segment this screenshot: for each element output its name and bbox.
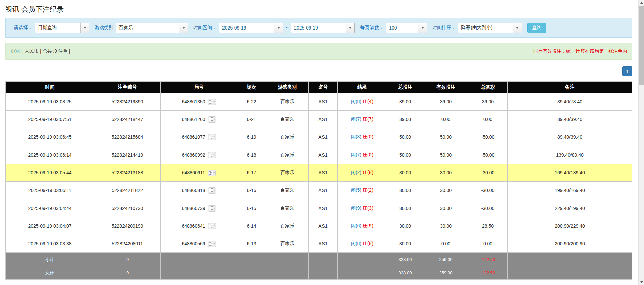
remark-cell: 139.40/89.40 bbox=[508, 146, 632, 164]
round-id: 648860992 bbox=[182, 152, 205, 158]
date-range-separator: ~ bbox=[286, 25, 288, 31]
round-cell: 648860818 bbox=[161, 182, 237, 199]
result-banker: 庄(0) bbox=[363, 134, 373, 139]
filter-panel: 请选择： 日期查询 游戏类别 百家乐 时间区间： 2025-09-19 ~ 20… bbox=[5, 18, 632, 38]
empty-cell bbox=[508, 253, 632, 266]
session-cell: 6-18 bbox=[237, 146, 266, 164]
subtotal-label: 小计 bbox=[6, 253, 94, 266]
payout-cell: 28.50 bbox=[468, 217, 508, 235]
chevron-down-icon[interactable] bbox=[346, 23, 354, 33]
date-to-select[interactable]: 2025-09-19 bbox=[291, 23, 355, 33]
bet-id-cell: 522824210730 bbox=[94, 199, 161, 217]
empty-cell bbox=[266, 266, 309, 280]
result-player: 闲(8) bbox=[351, 134, 361, 139]
session-cell: 6-22 bbox=[237, 93, 266, 111]
session-cell: 6-17 bbox=[237, 164, 266, 182]
sort-order-value: 降幂(由大到小) bbox=[458, 23, 513, 33]
scroll-down-arrow-icon bbox=[640, 281, 643, 283]
game-detail-icon[interactable] bbox=[208, 134, 216, 140]
session-cell: 6-13 bbox=[237, 235, 266, 253]
payout-cell: 39.00 bbox=[468, 93, 508, 111]
bet-id-cell: 522824208011 bbox=[94, 235, 161, 253]
column-header: 桌号 bbox=[309, 82, 338, 93]
valid-bet-cell: 39.00 bbox=[424, 93, 468, 111]
valid-bet-cell: 30.00 bbox=[424, 199, 468, 217]
table-row: 2025-09-19 03:04:07522824209190648860641… bbox=[6, 217, 632, 235]
payout-cell: -30.00 bbox=[468, 199, 508, 217]
chevron-down-icon[interactable] bbox=[274, 23, 283, 33]
remark-cell: 200.90/200.90 bbox=[508, 235, 632, 253]
empty-cell bbox=[309, 253, 338, 266]
chevron-down-icon[interactable] bbox=[80, 23, 89, 33]
result-cell: 闲(9)庄(3) bbox=[338, 199, 387, 217]
result-player: 闲(2) bbox=[351, 170, 361, 175]
scroll-up-button[interactable] bbox=[639, 0, 644, 6]
chevron-down-icon[interactable] bbox=[418, 23, 427, 33]
empty-cell bbox=[338, 266, 387, 280]
result-player: 闲(5) bbox=[351, 187, 361, 193]
bet-id-cell: 522824218447 bbox=[94, 111, 161, 128]
game-detail-icon[interactable] bbox=[208, 223, 216, 229]
round-cell: 648861077 bbox=[161, 128, 237, 146]
total-bet-cell: 39.00 bbox=[387, 111, 424, 128]
round-id: 648861260 bbox=[182, 117, 205, 122]
empty-cell bbox=[161, 253, 237, 266]
table-row: 2025-09-19 03:04:44522824210730648860739… bbox=[6, 199, 632, 217]
sort-order-select[interactable]: 降幂(由大到小) bbox=[458, 23, 522, 33]
game-type-cell: 百家乐 bbox=[266, 235, 309, 253]
column-header: 注单编号 bbox=[94, 82, 161, 93]
round-cell: 648861350 bbox=[161, 93, 237, 111]
game-type-cell: 百家乐 bbox=[266, 93, 309, 111]
round-id: 648860818 bbox=[182, 188, 205, 193]
game-detail-icon[interactable] bbox=[208, 170, 216, 176]
session-cell: 6-15 bbox=[237, 199, 266, 217]
scroll-down-button[interactable] bbox=[639, 279, 644, 285]
chevron-down-icon[interactable] bbox=[513, 23, 522, 33]
round-cell: 648860911 bbox=[161, 164, 237, 182]
date-from-value: 2025-09-19 bbox=[219, 23, 274, 33]
query-type-select[interactable]: 日期查询 bbox=[35, 23, 89, 33]
round-cell: 648861260 bbox=[161, 111, 237, 128]
chevron-down-icon[interactable] bbox=[179, 23, 188, 33]
page-size-select[interactable]: 100 bbox=[386, 23, 427, 33]
round-id: 648860569 bbox=[182, 241, 205, 246]
game-detail-icon[interactable] bbox=[208, 116, 216, 123]
time-cell: 2025-09-19 03:03:38 bbox=[6, 235, 94, 253]
game-detail-icon[interactable] bbox=[208, 99, 216, 105]
result-banker: 庄(7) bbox=[363, 116, 373, 122]
table-footer: 小计9328.00259.00-122.50总计9328.00259.00-12… bbox=[6, 253, 632, 280]
round-id: 648861350 bbox=[182, 99, 205, 104]
game-type-select[interactable]: 百家乐 bbox=[116, 23, 188, 33]
time-cell: 2025-09-19 03:08:25 bbox=[6, 93, 94, 111]
table-no-cell: AS1 bbox=[309, 182, 338, 199]
date-from-select[interactable]: 2025-09-19 bbox=[219, 23, 283, 33]
query-type-value: 日期查询 bbox=[35, 23, 80, 33]
result-cell: 闲(7)庄(7) bbox=[338, 111, 387, 128]
page-1-button[interactable]: 1 bbox=[622, 66, 632, 76]
time-cell: 2025-09-19 03:05:44 bbox=[6, 164, 94, 182]
game-detail-icon[interactable] bbox=[208, 187, 216, 194]
search-button[interactable]: 查询 bbox=[527, 23, 546, 33]
grand-total-label: 总计 bbox=[6, 266, 94, 280]
page-size-value: 100 bbox=[386, 23, 418, 33]
scrollbar-thumb[interactable] bbox=[639, 6, 644, 85]
table-no-cell: AS1 bbox=[309, 93, 338, 111]
game-detail-icon[interactable] bbox=[208, 152, 216, 158]
remark-cell: 169.40/139.40 bbox=[508, 164, 632, 182]
result-banker: 庄(4) bbox=[363, 99, 373, 104]
vertical-scrollbar[interactable] bbox=[638, 0, 644, 285]
payout-cell: -30.00 bbox=[468, 164, 508, 182]
table-no-cell: AS1 bbox=[309, 146, 338, 164]
time-cell: 2025-09-19 03:07:51 bbox=[6, 111, 94, 128]
time-cell: 2025-09-19 03:06:14 bbox=[6, 146, 94, 164]
round-id: 648860641 bbox=[182, 223, 205, 229]
game-detail-icon[interactable] bbox=[208, 241, 216, 247]
subtotal-valid-bet: 259.00 bbox=[424, 253, 468, 266]
game-detail-icon[interactable] bbox=[208, 205, 216, 212]
table-no-cell: AS1 bbox=[309, 217, 338, 235]
time-cell: 2025-09-19 03:04:07 bbox=[6, 217, 94, 235]
game-type-label: 游戏类别 bbox=[95, 25, 113, 31]
grand-total-payout: -122.50 bbox=[468, 266, 508, 280]
table-no-cell: AS1 bbox=[309, 235, 338, 253]
result-cell: 闲(2)庄(8) bbox=[338, 164, 387, 182]
